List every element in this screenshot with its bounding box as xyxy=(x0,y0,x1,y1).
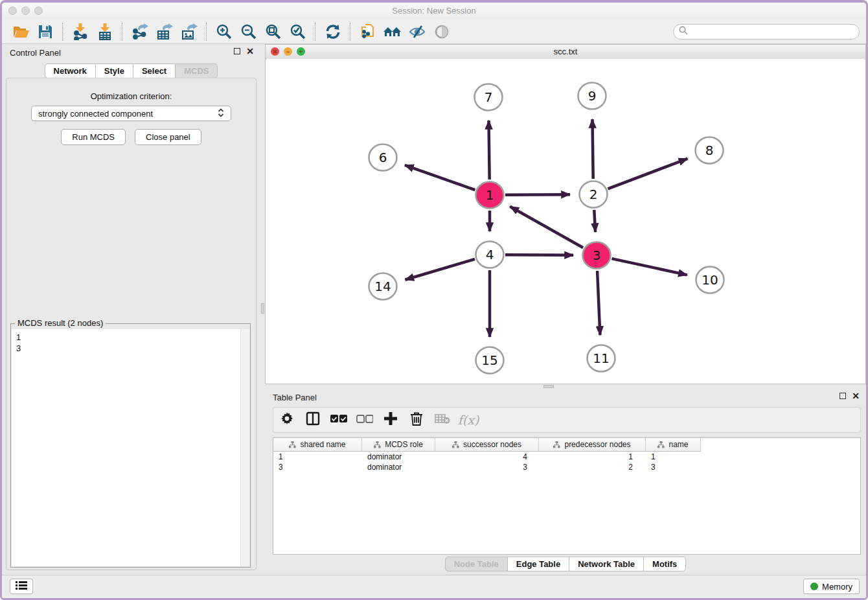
deselect-all-button[interactable] xyxy=(356,411,373,428)
delete-column-button[interactable] xyxy=(408,411,425,428)
column-header-predecessor-nodes[interactable]: predecessor nodes xyxy=(539,438,646,452)
graph-edge-4-3[interactable] xyxy=(505,255,573,255)
graph-node-10[interactable]: 10 xyxy=(696,267,724,294)
cell-shared-name[interactable]: 1 xyxy=(273,452,362,462)
graph-node-15[interactable]: 15 xyxy=(476,347,504,374)
cell-MCDS-role[interactable]: dominator xyxy=(362,452,435,462)
column-header-successor-nodes[interactable]: successor nodes xyxy=(435,438,539,452)
column-header-MCDS-role[interactable]: MCDS role xyxy=(362,438,435,452)
table-row[interactable]: 3dominator323 xyxy=(273,462,860,472)
show-all-button[interactable] xyxy=(429,21,454,42)
graph-node-14[interactable]: 14 xyxy=(369,273,397,300)
graph-edge-2-3[interactable] xyxy=(594,210,595,232)
zoom-selected-button[interactable] xyxy=(286,21,310,42)
close-panel-icon[interactable]: ✕ xyxy=(852,393,860,399)
graph-edge-3-11[interactable] xyxy=(597,271,600,335)
horizontal-splitter[interactable] xyxy=(265,384,866,389)
tab-node-table[interactable]: Node Table xyxy=(445,557,508,571)
zoom-out-button[interactable] xyxy=(236,21,261,42)
import-table-button[interactable] xyxy=(93,21,117,42)
cell-shared-name[interactable]: 3 xyxy=(273,462,362,472)
cell-name[interactable]: 1 xyxy=(646,452,701,462)
cell-successor-nodes[interactable]: 4 xyxy=(435,452,539,462)
export-image-icon xyxy=(181,23,198,40)
graph-edge-4-14[interactable] xyxy=(405,259,475,280)
memory-status-icon xyxy=(810,583,818,590)
graph-node-4[interactable]: 4 xyxy=(476,242,504,268)
first-neighbors-button[interactable] xyxy=(380,21,405,42)
table-settings-button[interactable] xyxy=(279,411,295,428)
close-panel-button[interactable]: Close panel xyxy=(135,129,201,145)
tab-mcds[interactable]: MCDS xyxy=(175,63,218,78)
cell-MCDS-role[interactable]: dominator xyxy=(362,462,435,472)
show-columns-button[interactable] xyxy=(304,411,321,428)
graph-edge-2-9[interactable] xyxy=(592,119,593,179)
float-panel-icon[interactable] xyxy=(234,48,240,54)
vertical-splitter[interactable] xyxy=(260,44,265,575)
float-panel-icon[interactable] xyxy=(839,393,846,399)
graph-edge-1-7[interactable] xyxy=(488,121,489,179)
cell-name[interactable]: 3 xyxy=(646,462,701,472)
cell-predecessor-nodes[interactable]: 2 xyxy=(539,462,646,472)
copy-network-icon xyxy=(360,23,376,40)
graph-node-8[interactable]: 8 xyxy=(696,137,724,164)
chevron-updown-icon xyxy=(218,108,224,120)
splitter-grip[interactable] xyxy=(261,303,264,314)
svg-text:6: 6 xyxy=(379,150,387,165)
graph-node-6[interactable]: 6 xyxy=(369,144,397,171)
mcds-result-box: 1 3 xyxy=(12,329,249,566)
zoom-fit-button[interactable] xyxy=(261,21,286,42)
apply-layout-button[interactable] xyxy=(321,21,345,42)
graph-node-3[interactable]: 3 xyxy=(583,242,611,269)
graph-edge-2-8[interactable] xyxy=(608,159,687,189)
result-scrollbar[interactable] xyxy=(240,329,249,566)
open-session-button[interactable] xyxy=(8,21,33,42)
function-builder-button[interactable]: f(x) xyxy=(460,411,477,428)
tab-motifs[interactable]: Motifs xyxy=(643,557,686,571)
close-panel-icon[interactable]: ✕ xyxy=(246,48,254,54)
graph-node-2[interactable]: 2 xyxy=(580,181,608,208)
network-canvas[interactable]: 7968124314101511 xyxy=(266,59,865,383)
svg-text:14: 14 xyxy=(374,279,391,294)
zoom-in-icon xyxy=(216,23,233,40)
tab-select[interactable]: Select xyxy=(133,63,176,78)
graph-edge-3-10[interactable] xyxy=(611,259,687,275)
tab-style[interactable]: Style xyxy=(95,63,133,78)
graph-edge-1-2[interactable] xyxy=(505,194,570,195)
memory-button[interactable]: Memory xyxy=(803,579,860,594)
tab-edge-table[interactable]: Edge Table xyxy=(507,557,569,571)
add-column-button[interactable] xyxy=(382,411,399,428)
list-icon xyxy=(16,581,27,592)
graph-node-11[interactable]: 11 xyxy=(588,345,615,372)
import-network-button[interactable] xyxy=(68,21,93,42)
toolbar-separator xyxy=(315,23,316,41)
cell-predecessor-nodes[interactable]: 1 xyxy=(539,452,646,462)
column-header-name[interactable]: name xyxy=(646,438,701,452)
cell-successor-nodes[interactable]: 3 xyxy=(435,462,539,472)
show-panels-button[interactable] xyxy=(10,579,33,594)
graph-node-9[interactable]: 9 xyxy=(578,83,606,110)
save-session-button[interactable] xyxy=(33,21,58,42)
graph-edge-3-1[interactable] xyxy=(510,207,583,248)
search-input[interactable] xyxy=(691,26,854,37)
clone-network-button[interactable] xyxy=(356,21,380,42)
column-header-shared-name[interactable]: shared name xyxy=(273,438,362,452)
tab-network-table[interactable]: Network Table xyxy=(569,557,644,571)
delete-table-button[interactable] xyxy=(434,411,451,428)
open-folder-icon xyxy=(12,24,30,40)
zoom-in-button[interactable] xyxy=(212,21,236,42)
criterion-select[interactable]: strongly connected component xyxy=(31,106,231,121)
hide-selected-button[interactable] xyxy=(405,21,429,42)
export-table-button[interactable] xyxy=(152,21,177,42)
table-row[interactable]: 1dominator411 xyxy=(273,452,860,462)
graph-node-7[interactable]: 7 xyxy=(475,84,503,111)
splitter-grip[interactable] xyxy=(543,385,554,388)
export-network-button[interactable] xyxy=(128,21,152,42)
tab-network[interactable]: Network xyxy=(45,63,96,78)
graph-node-1[interactable]: 1 xyxy=(476,182,504,209)
graph-edge-1-6[interactable] xyxy=(405,165,475,190)
svg-text:15: 15 xyxy=(481,352,497,368)
select-all-button[interactable] xyxy=(330,411,347,428)
export-image-button[interactable] xyxy=(177,21,201,42)
run-mcds-button[interactable]: Run MCDS xyxy=(61,129,126,145)
